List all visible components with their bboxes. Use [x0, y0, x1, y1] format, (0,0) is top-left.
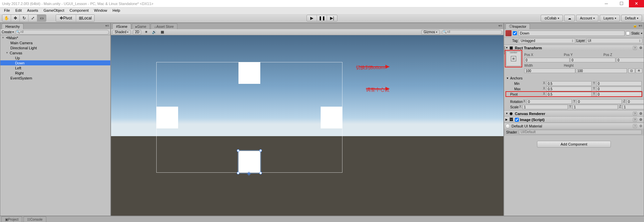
lock-icon[interactable]: 🔓: [633, 24, 637, 27]
tree-item-up[interactable]: Up: [0, 55, 110, 60]
hierarchy-panel: Hierarchy ▾≡ Create All ▼⊲ Main* Main Ca…: [0, 23, 111, 216]
image-enabled-checkbox[interactable]: [515, 118, 519, 122]
menu-component[interactable]: Component: [67, 8, 91, 12]
panel-menu-icon[interactable]: ▾≡: [639, 24, 642, 27]
hierarchy-search[interactable]: All: [15, 30, 109, 35]
pivot-y[interactable]: [596, 92, 642, 97]
fold-icon[interactable]: ▼: [505, 112, 509, 115]
menu-help[interactable]: Help: [110, 8, 123, 12]
menu-gameobject[interactable]: GameObject: [41, 8, 67, 12]
gear-icon[interactable]: ⚙: [639, 118, 642, 121]
static-dropdown-icon[interactable]: ▾: [641, 32, 642, 35]
rot-y[interactable]: [577, 99, 622, 104]
gear-icon[interactable]: ⚙: [639, 46, 642, 50]
material-header[interactable]: Default UI Material ? ⚙: [504, 123, 644, 129]
scene-root[interactable]: ▼⊲ Main*: [0, 35, 110, 40]
help-icon[interactable]: ?: [633, 124, 637, 128]
scale-z[interactable]: [623, 105, 644, 109]
account-dropdown[interactable]: Account: [576, 15, 598, 21]
tree-item-left[interactable]: Left: [0, 65, 110, 70]
anchor-min-y[interactable]: [596, 81, 642, 86]
asset-store-tab[interactable]: ⌂ Asset Store: [151, 23, 177, 29]
tree-item-right[interactable]: Right: [0, 70, 110, 75]
pivot-toggle[interactable]: ✥ Pivot: [56, 15, 76, 21]
create-dropdown[interactable]: Create: [2, 30, 14, 34]
anchors-fold-icon[interactable]: ▼: [506, 77, 510, 80]
shading-mode-dropdown[interactable]: Shaded: [112, 30, 131, 35]
layer-dropdown[interactable]: UI: [586, 38, 642, 43]
step-button[interactable]: ▶|: [327, 15, 337, 21]
close-button[interactable]: ✕: [629, 0, 644, 7]
layout-dropdown[interactable]: Default: [621, 15, 642, 21]
rect-tool[interactable]: ▭: [37, 15, 46, 21]
project-tab[interactable]: ▣ Project: [1, 216, 22, 222]
raw-edit-button[interactable]: R: [636, 68, 642, 73]
add-component-button[interactable]: Add Component: [537, 141, 611, 148]
panel-menu-icon[interactable]: ▾≡: [105, 24, 109, 27]
active-checkbox[interactable]: [513, 31, 517, 35]
anchor-max-x[interactable]: [546, 87, 592, 91]
scale-tool[interactable]: ⤢: [29, 15, 37, 21]
blueprint-mode-button[interactable]: ⊡: [628, 68, 635, 73]
collab-dropdown[interactable]: ⊙ Collab: [541, 15, 563, 21]
scene-viewport[interactable]: ◈ 切换到Bottom 调整中心点: [111, 35, 503, 216]
menu-file[interactable]: File: [1, 8, 13, 12]
gear-icon[interactable]: ⚙: [639, 112, 642, 115]
rot-z[interactable]: [627, 99, 644, 104]
local-toggle[interactable]: ⊞ Local: [76, 15, 94, 21]
gizmos-dropdown[interactable]: Gizmos: [421, 30, 440, 35]
anchor-min-x[interactable]: [546, 81, 592, 86]
shader-dropdown[interactable]: UI/Default: [519, 130, 642, 134]
pivot-x[interactable]: [546, 92, 592, 97]
scale-x[interactable]: [523, 105, 568, 109]
move-tool[interactable]: ✥: [11, 15, 20, 21]
minimize-button[interactable]: ─: [599, 0, 614, 7]
posz-field[interactable]: [616, 58, 644, 62]
tree-item-directional-light[interactable]: Directional Light: [0, 45, 110, 50]
cloud-button[interactable]: ☁: [564, 15, 575, 21]
tree-item-eventsystem[interactable]: EventSystem: [0, 75, 110, 80]
help-icon[interactable]: ?: [633, 46, 637, 50]
image-component-header[interactable]: ▶ 🖼 Image (Script) ? ⚙: [504, 117, 644, 122]
tree-item-down[interactable]: Down: [0, 60, 110, 65]
rotate-tool[interactable]: ↻: [20, 15, 29, 21]
rot-x[interactable]: [527, 99, 572, 104]
fx-toggle[interactable]: ▦: [159, 30, 165, 35]
gear-icon[interactable]: ⚙: [639, 124, 642, 128]
maximize-button[interactable]: ☐: [614, 0, 629, 7]
posx-field[interactable]: [524, 58, 570, 62]
scene-tab[interactable]: # Scene: [112, 23, 131, 29]
tree-item-main-camera[interactable]: Main Camera: [0, 40, 110, 45]
mode-2d-toggle[interactable]: 2D: [133, 30, 141, 35]
scale-y[interactable]: [573, 105, 618, 109]
layers-dropdown[interactable]: Layers: [600, 15, 620, 21]
audio-toggle[interactable]: 🔊: [151, 30, 157, 35]
scene-search[interactable]: All: [442, 30, 502, 35]
fold-icon[interactable]: ▶: [505, 118, 509, 121]
play-button[interactable]: ▶: [307, 15, 317, 21]
height-field[interactable]: [576, 68, 627, 73]
hierarchy-tab[interactable]: Hierarchy: [2, 23, 23, 29]
anchor-preset-button[interactable]: center bottom: [506, 51, 521, 66]
pause-button[interactable]: ❚❚: [317, 15, 327, 21]
posy-field[interactable]: [570, 58, 615, 62]
hand-tool[interactable]: ✋: [2, 15, 11, 21]
game-tab[interactable]: ▸ Game: [132, 23, 150, 29]
console-tab[interactable]: ☷ Console: [23, 216, 46, 222]
menu-edit[interactable]: Edit: [13, 8, 24, 12]
pivot-marker-icon: ◈: [247, 170, 251, 176]
canvas-renderer-header[interactable]: ▼ ◉ Canvas Renderer ? ⚙: [504, 111, 644, 116]
panel-menu-icon[interactable]: ▾≡: [498, 24, 502, 27]
anchor-max-y[interactable]: [596, 87, 642, 91]
width-field[interactable]: [524, 68, 575, 73]
static-checkbox[interactable]: [626, 31, 630, 35]
help-icon[interactable]: ?: [633, 112, 637, 116]
tree-item-canvas[interactable]: ▼Canvas: [0, 50, 110, 55]
menu-window[interactable]: Window: [91, 8, 110, 12]
menu-assets[interactable]: Assets: [24, 8, 41, 12]
help-icon[interactable]: ?: [633, 118, 637, 122]
lighting-toggle[interactable]: ☀: [143, 30, 149, 35]
tag-dropdown[interactable]: Untagged: [519, 38, 575, 43]
gameobject-name-field[interactable]: [518, 31, 625, 36]
inspector-tab[interactable]: ⓘ Inspector: [505, 23, 530, 29]
